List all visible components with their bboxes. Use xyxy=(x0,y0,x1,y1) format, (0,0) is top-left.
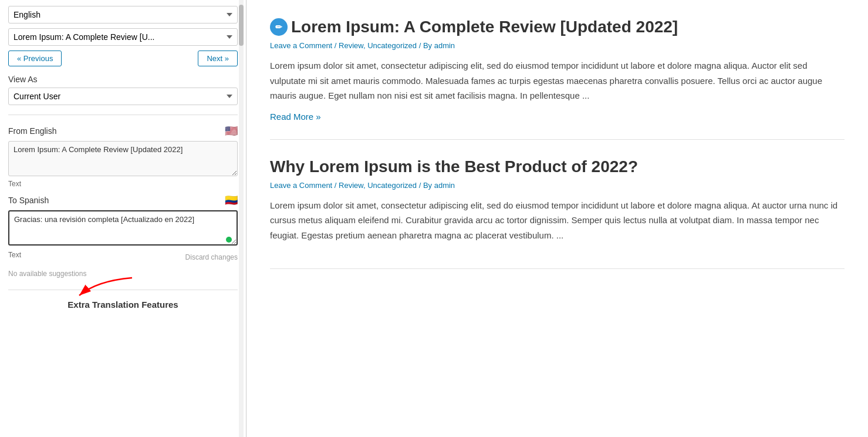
post-select-wrapper: Lorem Ipsum: A Complete Review [U... xyxy=(8,28,238,46)
to-section-header: To Spanish 🇨🇴 xyxy=(8,194,238,207)
from-section-header: From English 🇺🇸 xyxy=(8,125,238,137)
nav-buttons: « Previous Next » xyxy=(8,51,238,66)
next-button[interactable]: Next » xyxy=(198,51,238,66)
category-review-1[interactable]: Review xyxy=(339,41,363,50)
meta-sep2-1: / By xyxy=(417,41,434,50)
category-uncategorized-1[interactable]: Uncategorized xyxy=(367,41,417,50)
language-select[interactable]: English Spanish French xyxy=(8,6,238,23)
post-meta-2: Leave a Comment / Review, Uncategorized … xyxy=(270,181,845,190)
from-field-type: Text xyxy=(8,180,238,188)
meta-sep2-2: / By xyxy=(417,181,434,190)
post-select[interactable]: Lorem Ipsum: A Complete Review [U... xyxy=(8,28,238,46)
from-section-label: From English xyxy=(8,126,56,136)
post-title-1: ✏ Lorem Ipsum: A Complete Review [Update… xyxy=(270,18,845,36)
leave-comment-link-1[interactable]: Leave a Comment xyxy=(270,41,332,50)
post-entry-2: Why Lorem Ipsum is the Best Product of 2… xyxy=(270,140,845,270)
post-pencil-icon: ✏ xyxy=(270,18,288,36)
scrollbar-thumb[interactable] xyxy=(239,5,244,46)
discard-changes-link[interactable]: Discard changes xyxy=(185,253,238,261)
target-textarea[interactable]: Gracias: una revisión completa [Actualiz… xyxy=(8,210,238,246)
language-select-wrapper: English Spanish French xyxy=(8,6,238,23)
discard-row: Text Discard changes xyxy=(8,249,238,265)
to-field-type: Text xyxy=(8,251,21,259)
post-meta-1: Leave a Comment / Review, Uncategorized … xyxy=(270,41,845,50)
extra-features-title: Extra Translation Features xyxy=(67,300,178,310)
right-panel: ✏ Lorem Ipsum: A Complete Review [Update… xyxy=(246,0,868,437)
left-panel: English Spanish French Lorem Ipsum: A Co… xyxy=(0,0,246,437)
scrollbar-track xyxy=(239,0,244,437)
category-uncategorized-2[interactable]: Uncategorized xyxy=(367,181,417,190)
post-excerpt-2: Lorem ipsum dolor sit amet, consectetur … xyxy=(270,198,845,243)
extra-features-section: Extra Translation Features xyxy=(8,290,238,310)
from-flag-icon: 🇺🇸 xyxy=(225,125,238,137)
meta-sep1-2: / xyxy=(332,181,339,190)
category-review-2[interactable]: Review xyxy=(339,181,363,190)
post-excerpt-1: Lorem ipsum dolor sit amet, consectetur … xyxy=(270,58,845,103)
post-entry-1: ✏ Lorem Ipsum: A Complete Review [Update… xyxy=(270,0,845,140)
read-more-link-1[interactable]: Read More » xyxy=(270,112,321,122)
view-as-select[interactable]: Current User Guest xyxy=(8,88,238,105)
target-wrapper: Gracias: una revisión completa [Actualiz… xyxy=(8,210,238,247)
view-as-select-wrapper: Current User Guest xyxy=(8,88,238,105)
no-suggestions-label: No available suggestions xyxy=(8,270,238,278)
prev-button[interactable]: « Previous xyxy=(8,51,62,66)
divider xyxy=(8,115,238,115)
meta-sep1-1: / xyxy=(332,41,339,50)
source-textarea[interactable]: Lorem Ipsum: A Complete Review [Updated … xyxy=(8,141,238,176)
post-title-link-1[interactable]: Lorem Ipsum: A Complete Review [Updated … xyxy=(291,18,678,36)
to-flag-icon: 🇨🇴 xyxy=(225,194,238,207)
to-section-label: To Spanish xyxy=(8,196,49,205)
author-link-2[interactable]: admin xyxy=(434,181,455,190)
green-dot-indicator xyxy=(226,237,232,243)
leave-comment-link-2[interactable]: Leave a Comment xyxy=(270,181,332,190)
post-title-link-2[interactable]: Why Lorem Ipsum is the Best Product of 2… xyxy=(270,157,638,176)
post-title-2: Why Lorem Ipsum is the Best Product of 2… xyxy=(270,157,845,176)
author-link-1[interactable]: admin xyxy=(434,41,455,50)
view-as-label: View As xyxy=(8,75,238,84)
